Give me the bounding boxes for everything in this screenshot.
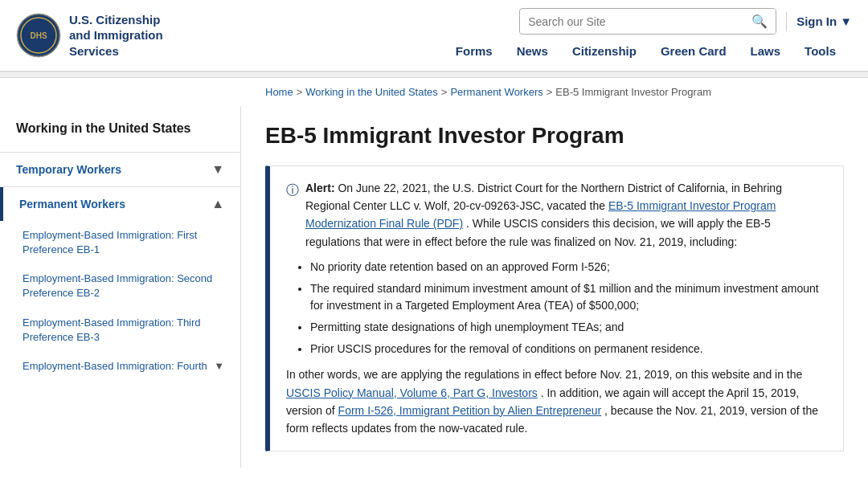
alert-bullet-item: No priority date retention based on an a… xyxy=(310,259,827,276)
nav-item-laws[interactable]: Laws xyxy=(751,39,781,63)
site-name: U.S. Citizenship and Immigration Service… xyxy=(69,12,163,59)
alert-label: Alert: xyxy=(305,182,335,194)
sidebar-sub-item-label-2: Employment-Based Immigration: Third Pref… xyxy=(23,317,201,343)
header-right: 🔍 Sign In ▼ FormsNewsCitizenshipGreen Ca… xyxy=(440,8,852,63)
sidebar-sub-item-3[interactable]: Employment-Based Immigration: Fourth▼ xyxy=(0,352,240,381)
sidebar-chevron-1: ▲ xyxy=(211,197,224,211)
sidebar-section-label-1: Permanent Workers xyxy=(19,198,125,210)
search-input[interactable] xyxy=(520,10,743,33)
breadcrumb-link[interactable]: Permanent Workers xyxy=(450,86,542,98)
breadcrumb-sep: > xyxy=(297,86,303,98)
svg-text:DHS: DHS xyxy=(30,31,47,40)
nav-item-forms[interactable]: Forms xyxy=(456,39,493,63)
nav-item-news[interactable]: News xyxy=(517,39,548,63)
uscis-seal: DHS xyxy=(16,13,61,58)
alert-closing: In other words, we are applying the regu… xyxy=(286,366,827,438)
search-box: 🔍 xyxy=(519,8,776,35)
sidebar-section-label-0: Temporary Workers xyxy=(16,163,121,176)
info-icon: ⓘ xyxy=(286,180,299,251)
sidebar-sub-item-0[interactable]: Employment-Based Immigration: First Pref… xyxy=(0,221,240,264)
main-layout: Working in the United States Temporary W… xyxy=(0,106,868,468)
sidebar-sub-chevron-3: ▼ xyxy=(214,359,224,374)
signin-label: Sign In xyxy=(796,14,837,28)
sidebar-sub-item-label-3: Employment-Based Immigration: Fourth xyxy=(23,359,207,374)
nav-item-citizenship[interactable]: Citizenship xyxy=(572,39,637,63)
breadcrumb-sep: > xyxy=(547,86,553,98)
breadcrumb-link[interactable]: Working in the United States xyxy=(305,86,438,98)
sidebar-sub-item-1[interactable]: Employment-Based Immigration: Second Pre… xyxy=(0,264,240,308)
search-signin-row: 🔍 Sign In ▼ xyxy=(519,8,852,35)
signin-chevron: ▼ xyxy=(840,14,852,28)
alert-link3[interactable]: Form I-526, Immigrant Petition by Alien … xyxy=(338,404,602,417)
signin-button[interactable]: Sign In ▼ xyxy=(796,14,852,28)
alert-box: ⓘ Alert: On June 22, 2021, the U.S. Dist… xyxy=(265,165,844,451)
search-button[interactable]: 🔍 xyxy=(743,9,776,34)
sidebar-section-header-1[interactable]: Permanent Workers▲ xyxy=(0,187,240,221)
alert-bullet-item: The required standard minimum investment… xyxy=(310,280,827,314)
alert-link2[interactable]: USCIS Policy Manual, Volume 6, Part G, I… xyxy=(286,386,538,399)
alert-bullet-item: Permitting state designations of high un… xyxy=(310,319,827,336)
logo-area: DHS U.S. Citizenship and Immigration Ser… xyxy=(16,12,163,59)
alert-header: ⓘ Alert: On June 22, 2021, the U.S. Dist… xyxy=(286,179,827,251)
alert-closing-intro: In other words, we are applying the regu… xyxy=(286,368,802,381)
sidebar-section-header-0[interactable]: Temporary Workers▼ xyxy=(0,153,240,186)
sidebar-section-1: Permanent Workers▲Employment-Based Immig… xyxy=(0,186,240,381)
sidebar-sub-item-label-0: Employment-Based Immigration: First Pref… xyxy=(23,229,197,255)
main-nav: FormsNewsCitizenshipGreen CardLawsTools xyxy=(440,39,852,63)
alert-bullet-item: Prior USCIS procedures for the removal o… xyxy=(310,341,827,357)
breadcrumb-link[interactable]: Home xyxy=(265,86,293,98)
nav-item-tools[interactable]: Tools xyxy=(805,39,836,63)
breadcrumb: Home>Working in the United States>Perman… xyxy=(0,78,868,106)
sidebar-title: Working in the United States xyxy=(0,106,240,152)
sidebar-sections: Temporary Workers▼Permanent Workers▲Empl… xyxy=(0,152,240,381)
sidebar-sub-items-1: Employment-Based Immigration: First Pref… xyxy=(0,221,240,381)
sidebar: Working in the United States Temporary W… xyxy=(0,106,241,468)
page-title: EB-5 Immigrant Investor Program xyxy=(265,122,844,149)
signin-divider xyxy=(786,12,787,31)
sidebar-chevron-0: ▼ xyxy=(211,162,224,177)
nav-item-green-card[interactable]: Green Card xyxy=(661,39,727,63)
alert-content: Alert: On June 22, 2021, the U.S. Distri… xyxy=(305,179,827,251)
sidebar-sub-item-label-1: Employment-Based Immigration: Second Pre… xyxy=(23,272,212,299)
site-header: DHS U.S. Citizenship and Immigration Ser… xyxy=(0,0,868,71)
header-separator xyxy=(0,71,868,78)
sidebar-section-0: Temporary Workers▼ xyxy=(0,152,240,186)
sidebar-sub-item-2[interactable]: Employment-Based Immigration: Third Pref… xyxy=(0,308,240,352)
breadcrumb-sep: > xyxy=(441,86,448,98)
content-area: EB-5 Immigrant Investor Program ⓘ Alert:… xyxy=(241,106,868,468)
breadcrumb-current: EB-5 Immigrant Investor Program xyxy=(555,86,711,98)
alert-bullets: No priority date retention based on an a… xyxy=(310,259,827,357)
